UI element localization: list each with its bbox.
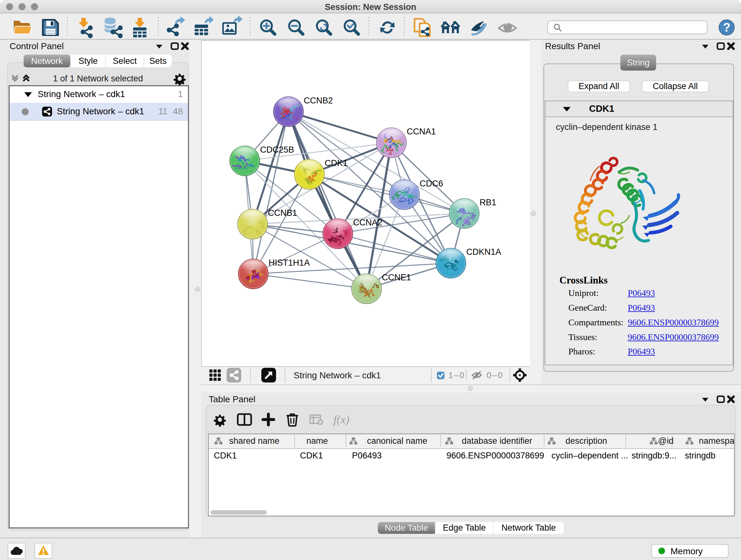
svg-text:CCNE1: CCNE1 — [382, 273, 411, 282]
svg-text:CDK1: CDK1 — [325, 159, 347, 168]
svg-text:CDC6: CDC6 — [420, 179, 443, 188]
svg-text:@id: @id — [658, 436, 673, 446]
svg-text:RB1: RB1 — [480, 198, 496, 207]
svg-text:CCNB2: CCNB2 — [304, 96, 333, 105]
svg-text:CDKN1A: CDKN1A — [466, 247, 501, 257]
svg-text:name: name — [307, 436, 328, 446]
svg-text:CDK1: CDK1 — [214, 451, 237, 460]
svg-text:9606.ENSP00000378699: 9606.ENSP00000378699 — [447, 451, 544, 460]
svg-text:namespac: namespac — [699, 436, 735, 446]
svg-text:database identifier: database identifier — [462, 436, 532, 446]
svg-text:f(x): f(x) — [333, 413, 349, 426]
svg-text:String Network – cdk1: String Network – cdk1 — [293, 370, 381, 380]
svg-text:CCNA1: CCNA1 — [407, 127, 436, 136]
svg-text:CDC25B: CDC25B — [260, 145, 294, 154]
svg-text:shared name: shared name — [229, 436, 280, 446]
svg-text:cyclin–dependent ...: cyclin–dependent ... — [551, 451, 628, 460]
svg-text:?: ? — [723, 21, 730, 34]
svg-text:1 – 0: 1 – 0 — [448, 370, 464, 380]
svg-text:stringdb:9...: stringdb:9... — [631, 451, 677, 460]
svg-text:CCNB1: CCNB1 — [268, 208, 297, 218]
svg-text:CDK1: CDK1 — [300, 451, 323, 460]
svg-text:P06493: P06493 — [352, 451, 382, 460]
svg-text:CCNA2: CCNA2 — [353, 218, 383, 227]
svg-text:0 – 0: 0 – 0 — [487, 370, 502, 380]
svg-text:stringdb: stringdb — [685, 451, 716, 460]
svg-text:HIST1H1A: HIST1H1A — [269, 258, 310, 267]
svg-text:canonical name: canonical name — [367, 436, 427, 446]
svg-text:description: description — [565, 436, 607, 446]
